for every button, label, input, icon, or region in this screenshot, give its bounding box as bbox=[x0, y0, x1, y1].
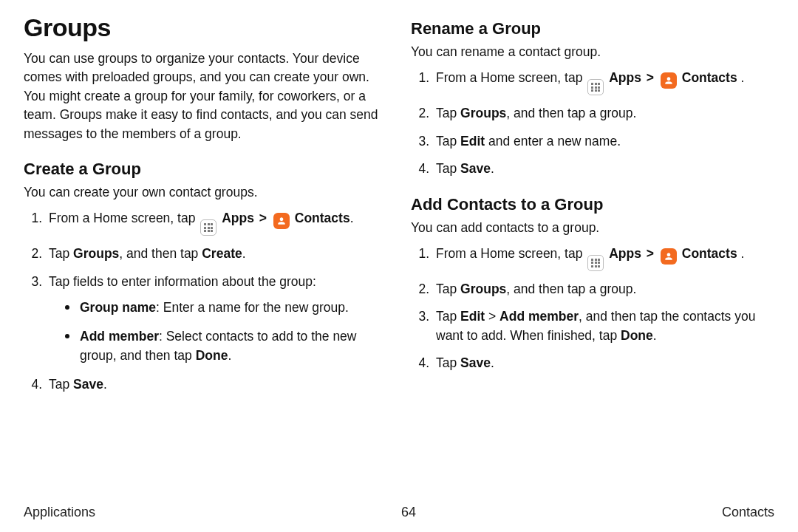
bullet-item: Group name: Enter a name for the new gro… bbox=[65, 299, 381, 317]
list-item: Tap Groups, and then tap a group. bbox=[433, 280, 768, 299]
step-text: Tap bbox=[436, 309, 460, 324]
step-text: . bbox=[103, 377, 107, 392]
list-item: Tap Save. bbox=[433, 354, 768, 372]
groups-label: Groups bbox=[460, 106, 506, 120]
step-text: , and then tap a group. bbox=[506, 282, 636, 296]
step-text: Tap bbox=[436, 134, 460, 149]
done-label: Done bbox=[621, 328, 653, 343]
add-member-label: Add member bbox=[499, 309, 579, 324]
step-text: and enter a new name. bbox=[485, 134, 621, 149]
contacts-label: Contacts bbox=[682, 70, 737, 85]
list-item: From a Home screen, tap Apps > Contacts … bbox=[433, 69, 768, 95]
edit-label: Edit bbox=[460, 309, 485, 324]
page-footer: Applications 64 Contacts bbox=[24, 505, 774, 520]
apps-label: Apps bbox=[222, 211, 254, 225]
create-label: Create bbox=[202, 246, 242, 261]
step-suffix: . bbox=[737, 246, 745, 261]
footer-right: Contacts bbox=[722, 505, 774, 520]
contacts-icon bbox=[661, 248, 677, 265]
apps-label: Apps bbox=[609, 70, 641, 85]
create-group-steps: From a Home screen, tap Apps > Contacts.… bbox=[24, 209, 381, 394]
step-text: Tap fields to enter information about th… bbox=[49, 274, 316, 289]
groups-label: Groups bbox=[73, 246, 119, 261]
save-label: Save bbox=[73, 377, 103, 392]
list-item: Tap fields to enter information about th… bbox=[46, 273, 381, 366]
step-text: Tap bbox=[49, 377, 73, 392]
apps-icon bbox=[200, 219, 216, 236]
list-item: From a Home screen, tap Apps > Contacts. bbox=[46, 209, 381, 236]
apps-icon bbox=[587, 255, 604, 271]
chevron-icon: > bbox=[647, 70, 654, 85]
step-text: . bbox=[242, 246, 246, 261]
step-text: From a Home screen, tap bbox=[436, 70, 586, 85]
step-text: > bbox=[485, 309, 499, 324]
create-group-desc: You can create your own contact groups. bbox=[24, 183, 381, 202]
list-item: Tap Save. bbox=[433, 160, 768, 178]
done-label: Done bbox=[196, 348, 228, 363]
step-text: . bbox=[491, 161, 494, 176]
list-item: Tap Edit > Add member, and then tap the … bbox=[433, 307, 768, 345]
step-text: , and then tap bbox=[119, 246, 202, 261]
step-text: , and then tap a group. bbox=[506, 106, 636, 120]
groups-label: Groups bbox=[460, 282, 506, 296]
page-number: 64 bbox=[401, 505, 416, 520]
step-text: Tap bbox=[436, 282, 460, 296]
add-contacts-steps: From a Home screen, tap Apps > Contacts … bbox=[411, 245, 768, 373]
rename-group-steps: From a Home screen, tap Apps > Contacts … bbox=[411, 69, 768, 178]
list-item: Tap Groups, and then tap Create. bbox=[46, 245, 381, 263]
save-label: Save bbox=[460, 355, 491, 370]
bullet-item: Add member: Select contacts to add to th… bbox=[65, 327, 381, 365]
edit-label: Edit bbox=[460, 134, 485, 149]
list-item: From a Home screen, tap Apps > Contacts … bbox=[433, 245, 768, 271]
contacts-icon bbox=[273, 213, 290, 229]
step-text: Tap bbox=[436, 355, 460, 370]
step-text: . bbox=[491, 355, 494, 370]
rename-group-heading: Rename a Group bbox=[411, 19, 768, 38]
step-suffix: . bbox=[737, 70, 745, 85]
group-name-label: Group name bbox=[80, 300, 156, 315]
page-title: Groups bbox=[24, 13, 381, 42]
apps-icon bbox=[587, 79, 604, 95]
contacts-label: Contacts bbox=[295, 211, 350, 225]
add-member-label: Add member bbox=[80, 329, 159, 344]
step-text: Tap bbox=[436, 161, 460, 176]
chevron-icon: > bbox=[647, 246, 654, 261]
add-contacts-desc: You can add contacts to a group. bbox=[411, 219, 768, 237]
intro-text: You can use groups to organize your cont… bbox=[24, 50, 381, 143]
step-text: Tap bbox=[436, 106, 460, 120]
chevron-icon: > bbox=[259, 211, 267, 225]
step-text: From a Home screen, tap bbox=[436, 246, 586, 261]
contacts-label: Contacts bbox=[682, 246, 737, 261]
step-suffix: . bbox=[350, 211, 354, 225]
list-item: Tap Edit and enter a new name. bbox=[433, 132, 768, 151]
footer-left: Applications bbox=[24, 505, 95, 520]
contacts-icon bbox=[661, 72, 677, 89]
rename-group-desc: You can rename a contact group. bbox=[411, 43, 768, 61]
save-label: Save bbox=[460, 161, 491, 176]
list-item: Tap Groups, and then tap a group. bbox=[433, 104, 768, 123]
bullet-text: : Enter a name for the new group. bbox=[156, 300, 349, 315]
step-text: . bbox=[653, 328, 657, 343]
bullet-text: . bbox=[228, 348, 231, 363]
create-group-heading: Create a Group bbox=[24, 160, 381, 179]
add-contacts-heading: Add Contacts to a Group bbox=[411, 195, 768, 214]
apps-label: Apps bbox=[609, 246, 641, 261]
list-item: Tap Save. bbox=[46, 375, 381, 394]
step-text: From a Home screen, tap bbox=[49, 211, 199, 225]
step-text: Tap bbox=[49, 246, 73, 261]
